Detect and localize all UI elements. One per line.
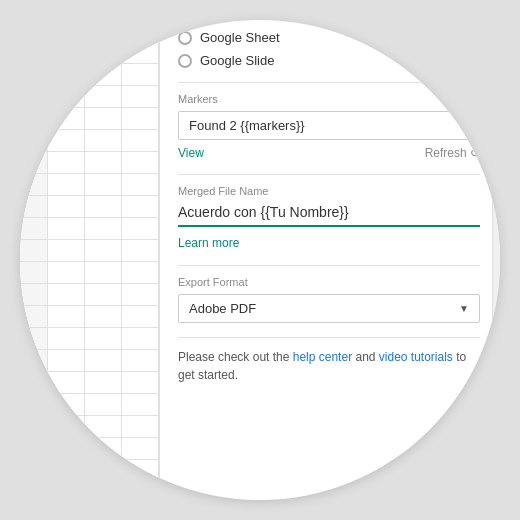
cell — [48, 20, 85, 42]
cell — [85, 152, 122, 174]
divider-3 — [178, 265, 480, 266]
video-tutorials-link[interactable]: video tutorials — [379, 350, 453, 364]
cell — [122, 130, 159, 152]
divider-1 — [178, 82, 480, 83]
cell — [20, 284, 48, 306]
cell — [48, 130, 85, 152]
cell — [122, 460, 159, 482]
cell — [85, 42, 122, 64]
cell — [48, 460, 85, 482]
cell — [85, 130, 122, 152]
cell — [122, 240, 159, 262]
cell — [122, 438, 159, 460]
help-text-middle: and — [352, 350, 379, 364]
spreadsheet-panel: // We'll generate cells inline using a l… — [20, 20, 160, 500]
export-format-dropdown[interactable]: Adobe PDF ▼ — [178, 294, 480, 323]
merged-file-input-container — [178, 203, 480, 227]
radio-circle-google-sheet[interactable] — [178, 31, 192, 45]
cell — [20, 306, 48, 328]
cell — [122, 350, 159, 372]
radio-label-google-sheet: Google Sheet — [200, 30, 280, 45]
cell — [48, 108, 85, 130]
radio-group: Google Sheet Google Slide — [178, 30, 480, 68]
cell — [85, 372, 122, 394]
cell — [20, 20, 48, 42]
scrollbar[interactable] — [492, 20, 500, 500]
cell — [122, 372, 159, 394]
cell — [122, 152, 159, 174]
cell — [48, 372, 85, 394]
markers-dropdown[interactable]: Found 2 {{markers}} ▼ — [178, 111, 480, 140]
cell — [48, 262, 85, 284]
radio-item-google-slide[interactable]: Google Slide — [178, 53, 480, 68]
cell — [85, 196, 122, 218]
cell — [20, 86, 48, 108]
radio-circle-google-slide[interactable] — [178, 54, 192, 68]
help-text: Please check out the help center and vid… — [178, 348, 480, 384]
cell — [85, 240, 122, 262]
cell — [85, 262, 122, 284]
cell — [122, 86, 159, 108]
cell — [48, 86, 85, 108]
cell — [48, 152, 85, 174]
cell — [85, 86, 122, 108]
cell — [20, 240, 48, 262]
cell — [85, 394, 122, 416]
cell — [122, 42, 159, 64]
cell — [85, 218, 122, 240]
divider-4 — [178, 337, 480, 338]
merged-file-section: Merged File Name Learn more — [178, 185, 480, 251]
cell — [20, 262, 48, 284]
export-section: Export Format Adobe PDF ▼ — [178, 276, 480, 323]
cell — [48, 394, 85, 416]
view-refresh-row: View Refresh ↺ — [178, 146, 480, 160]
cell — [20, 460, 48, 482]
view-link[interactable]: View — [178, 146, 204, 160]
cell — [122, 20, 159, 42]
learn-more-link[interactable]: Learn more — [178, 236, 239, 250]
cell — [20, 174, 48, 196]
cell — [20, 42, 48, 64]
cell — [122, 196, 159, 218]
cell — [20, 416, 48, 438]
cell — [85, 438, 122, 460]
cell — [20, 218, 48, 240]
cell — [48, 196, 85, 218]
cell — [20, 328, 48, 350]
cell — [20, 130, 48, 152]
merged-file-input[interactable] — [178, 204, 480, 220]
markers-dropdown-arrow: ▼ — [459, 120, 469, 131]
cell — [20, 64, 48, 86]
scrollbar-thumb[interactable] — [493, 50, 500, 130]
cell — [122, 328, 159, 350]
cell — [85, 416, 122, 438]
cell — [48, 328, 85, 350]
right-panel: Google Sheet Google Slide Markers Found … — [160, 20, 500, 500]
cell — [122, 262, 159, 284]
cell — [85, 306, 122, 328]
cell — [85, 284, 122, 306]
help-center-link[interactable]: help center — [293, 350, 352, 364]
cell — [85, 20, 122, 42]
cell — [85, 174, 122, 196]
cell — [20, 350, 48, 372]
cell — [85, 64, 122, 86]
main-circle: // We'll generate cells inline using a l… — [20, 20, 500, 500]
cell — [48, 438, 85, 460]
cell — [122, 284, 159, 306]
refresh-button[interactable]: Refresh ↺ — [425, 146, 480, 160]
cell — [122, 108, 159, 130]
cell — [48, 284, 85, 306]
cell — [122, 306, 159, 328]
cell — [48, 240, 85, 262]
radio-item-google-sheet[interactable]: Google Sheet — [178, 30, 480, 45]
cell — [122, 416, 159, 438]
cell — [85, 108, 122, 130]
cell — [48, 350, 85, 372]
cell — [122, 218, 159, 240]
help-text-prefix: Please check out the — [178, 350, 293, 364]
divider-2 — [178, 174, 480, 175]
cell — [122, 394, 159, 416]
cell — [20, 108, 48, 130]
export-format-arrow: ▼ — [459, 303, 469, 314]
